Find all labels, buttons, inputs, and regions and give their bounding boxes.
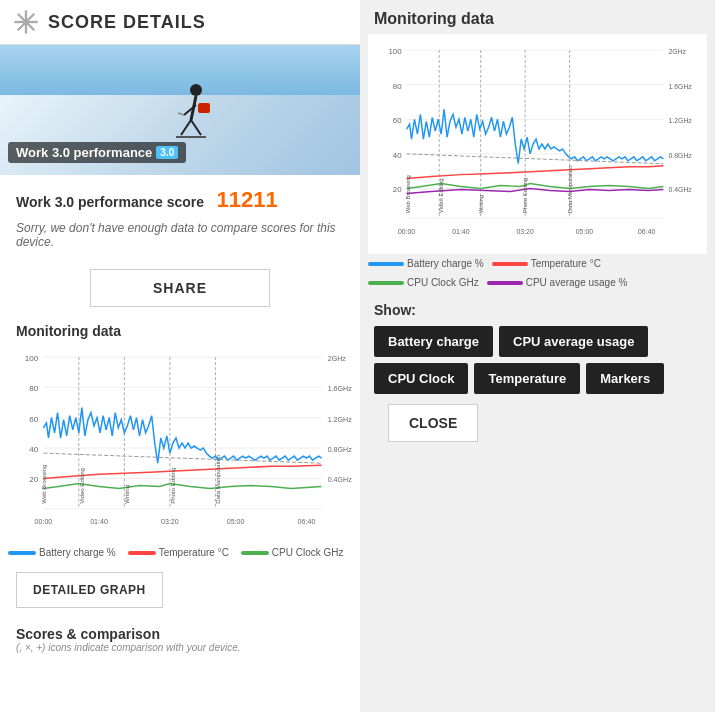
svg-text:0.4GHz: 0.4GHz	[668, 186, 692, 193]
svg-rect-13	[8, 347, 352, 539]
legend-battery: Battery charge %	[8, 547, 116, 558]
svg-point-5	[190, 84, 202, 96]
svg-text:05:00: 05:00	[576, 228, 593, 235]
svg-rect-11	[198, 103, 210, 113]
svg-line-10	[178, 113, 184, 115]
share-button[interactable]: SHARE	[90, 269, 270, 307]
svg-text:06:40: 06:40	[638, 228, 655, 235]
svg-text:01:40: 01:40	[90, 518, 108, 526]
cpu-average-usage-button[interactable]: CPU average usage	[499, 326, 648, 357]
svg-text:Video Editing: Video Editing	[79, 468, 85, 504]
r-legend-temp-label: Temperature °C	[531, 258, 601, 269]
svg-text:60: 60	[29, 415, 38, 424]
svg-line-7	[181, 120, 191, 135]
svg-text:1.6GHz: 1.6GHz	[668, 83, 692, 90]
svg-text:00:00: 00:00	[35, 518, 53, 526]
svg-text:1.6GHz: 1.6GHz	[328, 385, 352, 393]
right-panel: Monitoring data 100 80 60 40 20 2GHz 1.6…	[360, 0, 715, 712]
svg-text:Writing: Writing	[124, 485, 130, 504]
svg-text:Web Browsing: Web Browsing	[405, 175, 411, 213]
left-chart: 100 80 60 40 20 2GHz 1.6GHz 1.2GHz 0.8GH…	[8, 343, 352, 543]
svg-text:80: 80	[393, 82, 402, 91]
r-legend-cpu-avg: CPU average usage %	[487, 277, 628, 288]
svg-text:2GHz: 2GHz	[328, 355, 347, 363]
scores-subtitle: (, ×, +) icons indicate comparison with …	[16, 642, 344, 653]
snowflake-icon	[12, 8, 40, 36]
r-legend-battery-color	[368, 262, 404, 266]
score-section: Work 3.0 performance score 11211 Sorry, …	[0, 175, 360, 257]
svg-text:Photo Editing: Photo Editing	[522, 178, 528, 213]
legend-battery-label: Battery charge %	[39, 547, 116, 558]
hero-badge: 3.0	[156, 146, 178, 159]
svg-text:Web Browsing: Web Browsing	[41, 465, 47, 504]
svg-text:Data Manipulation: Data Manipulation	[215, 455, 221, 504]
monitoring-label: Monitoring data	[0, 319, 360, 343]
svg-text:2GHz: 2GHz	[668, 48, 686, 55]
detailed-graph-button[interactable]: DETAILED GRAPH	[16, 572, 163, 608]
r-legend-cpu-clock: CPU Clock GHz	[368, 277, 479, 288]
svg-text:60: 60	[393, 116, 402, 125]
legend-temp-color	[128, 551, 156, 555]
close-button[interactable]: CLOSE	[388, 404, 478, 442]
svg-text:0.8GHz: 0.8GHz	[328, 446, 352, 454]
scores-section: Scores & comparison (, ×, +) icons indic…	[0, 618, 360, 661]
markers-button[interactable]: Markers	[586, 363, 664, 394]
svg-text:06:40: 06:40	[298, 518, 316, 526]
r-legend-battery: Battery charge %	[368, 258, 484, 269]
legend-cpu-clock: CPU Clock GHz	[241, 547, 344, 558]
svg-text:40: 40	[29, 445, 38, 454]
svg-text:Data Manipulation: Data Manipulation	[567, 166, 573, 214]
score-value: 11211	[217, 187, 278, 212]
legend-battery-color	[8, 551, 36, 555]
legend-temperature: Temperature °C	[128, 547, 229, 558]
svg-text:03:20: 03:20	[517, 228, 534, 235]
svg-text:Photo Editing: Photo Editing	[170, 468, 176, 504]
svg-text:20: 20	[393, 185, 402, 194]
hero-label: Work 3.0 performance 3.0	[8, 142, 186, 163]
scores-title: Scores & comparison	[16, 626, 344, 642]
cpu-clock-button[interactable]: CPU Clock	[374, 363, 468, 394]
r-legend-cpu-avg-color	[487, 281, 523, 285]
svg-text:01:40: 01:40	[452, 228, 469, 235]
show-buttons-container: Battery charge CPU average usage CPU Clo…	[374, 326, 701, 394]
svg-text:Video Editing: Video Editing	[438, 178, 444, 213]
battery-charge-button[interactable]: Battery charge	[374, 326, 493, 357]
svg-text:40: 40	[393, 151, 402, 160]
svg-text:100: 100	[25, 354, 39, 363]
left-chart-legend: Battery charge % Temperature °C CPU Cloc…	[0, 543, 360, 562]
svg-text:100: 100	[388, 47, 402, 56]
svg-line-8	[191, 120, 201, 135]
r-legend-cpu-clock-color	[368, 281, 404, 285]
legend-cpu-label: CPU Clock GHz	[272, 547, 344, 558]
right-chart-container: 100 80 60 40 20 2GHz 1.6GHz 1.2GHz 0.8GH…	[368, 34, 707, 254]
r-legend-temp-color	[492, 262, 528, 266]
svg-text:0.8GHz: 0.8GHz	[668, 152, 692, 159]
r-legend-temp: Temperature °C	[492, 258, 601, 269]
svg-text:1.2GHz: 1.2GHz	[668, 117, 692, 124]
right-header: Monitoring data	[360, 0, 715, 34]
svg-text:03:20: 03:20	[161, 518, 179, 526]
svg-text:20: 20	[29, 475, 38, 484]
svg-text:80: 80	[29, 384, 38, 393]
svg-text:05:00: 05:00	[227, 518, 245, 526]
score-title: SCORE DETAILS	[48, 12, 206, 33]
svg-point-4	[24, 20, 29, 25]
temperature-button[interactable]: Temperature	[474, 363, 580, 394]
r-legend-battery-label: Battery charge %	[407, 258, 484, 269]
score-header: SCORE DETAILS	[0, 0, 360, 45]
r-legend-cpu-clock-label: CPU Clock GHz	[407, 277, 479, 288]
svg-text:0.4GHz: 0.4GHz	[328, 476, 352, 484]
legend-cpu-color	[241, 551, 269, 555]
left-chart-container: 100 80 60 40 20 2GHz 1.6GHz 1.2GHz 0.8GH…	[8, 343, 352, 543]
legend-temp-label: Temperature °C	[159, 547, 229, 558]
r-legend-cpu-avg-label: CPU average usage %	[526, 277, 628, 288]
show-label: Show:	[374, 302, 701, 318]
show-section: Show: Battery charge CPU average usage C…	[360, 292, 715, 452]
score-label: Work 3.0 performance score	[16, 194, 204, 210]
right-chart-legend: Battery charge % Temperature °C CPU Cloc…	[360, 254, 715, 292]
svg-text:Writing: Writing	[478, 195, 484, 213]
left-panel: SCORE DETAILS Work 3.0 performance 3.0 W…	[0, 0, 360, 712]
score-compare: Sorry, we don't have enough data to comp…	[16, 221, 344, 249]
right-chart: 100 80 60 40 20 2GHz 1.6GHz 1.2GHz 0.8GH…	[372, 38, 703, 250]
svg-text:00:00: 00:00	[398, 228, 415, 235]
